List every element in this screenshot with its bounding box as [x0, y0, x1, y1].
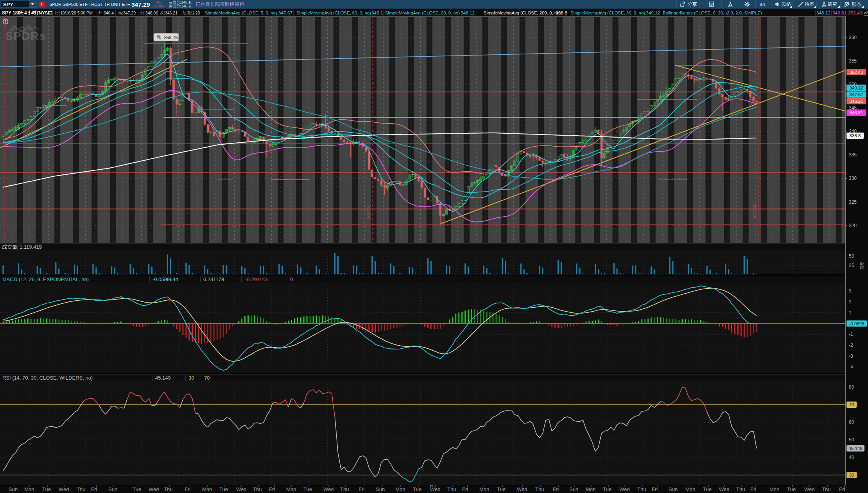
svg-text:Wed: Wed — [517, 486, 527, 492]
svg-text:SimpleMovingAvg (CLOSE, 60, 0,: SimpleMovingAvg (CLOSE, 60, 0, no) — [296, 11, 371, 15]
svg-text:Thu: Thu — [340, 486, 349, 492]
svg-text:Mon: Mon — [202, 486, 212, 492]
svg-text::346.21: :346.21 — [164, 11, 178, 15]
svg-text:Tue: Tue — [413, 486, 421, 492]
svg-text:Wed: Wed — [236, 486, 247, 492]
svg-text:Fri: Fri — [553, 486, 559, 492]
svg-text:30: 30 — [849, 473, 854, 477]
svg-text:348.12: 348.12 — [816, 10, 830, 16]
svg-text:Thu: Thu — [736, 486, 745, 492]
svg-text:60: 60 — [849, 419, 854, 425]
svg-text:Mon: Mon — [685, 486, 695, 492]
svg-text:SimpleMovingAvg (CLOSE, 30, 0,: SimpleMovingAvg (CLOSE, 30, 0, no) — [570, 11, 645, 15]
svg-text:347.67: 347.67 — [849, 92, 863, 97]
svg-text:4h: 4h — [760, 2, 765, 7]
svg-text:Wed: Wed — [719, 486, 730, 492]
svg-text:-0.0599: -0.0599 — [849, 321, 864, 326]
svg-text:!: ! — [41, 2, 43, 7]
svg-text:!: ! — [5, 19, 6, 25]
svg-text:SimpleMovingAvg (CLOSE, 20, 0,: SimpleMovingAvg (CLOSE, 20, 0, no) — [385, 11, 460, 15]
svg-text:Thu: Thu — [822, 486, 830, 492]
svg-text:Thu: Thu — [535, 486, 544, 492]
svg-text::10/16/20 5:00 PM: :10/16/20 5:00 PM — [59, 11, 93, 15]
svg-text:2: 2 — [849, 299, 852, 305]
svg-text:345.1: 345.1 — [371, 10, 383, 16]
svg-text:Mon: Mon — [479, 486, 489, 492]
svg-text:Fri: Fri — [269, 486, 275, 492]
svg-text:Wed: Wed — [149, 486, 159, 492]
svg-text:MACD (12, 26, 9, EXPONENTIAL,: MACD (12, 26, 9, EXPONENTIAL, no) — [2, 276, 89, 282]
svg-text:355: 355 — [849, 58, 857, 64]
svg-text:BollingerBands (CLOSE, 0, 20,: BollingerBands (CLOSE, 0, 20, -2.0, 2.0,… — [663, 11, 762, 15]
svg-text:320: 320 — [849, 223, 857, 228]
svg-text:9/18/20: 9/18/20 — [366, 206, 371, 219]
svg-text:Thu: Thu — [447, 486, 456, 492]
svg-text::346.06: :346.06 — [144, 11, 158, 15]
svg-text:Fri: Fri — [359, 486, 364, 492]
svg-text:Tue: Tue — [219, 486, 228, 492]
svg-text:Wed: Wed — [804, 486, 815, 492]
svg-text:Wed: Wed — [323, 486, 334, 492]
svg-text:80: 80 — [849, 384, 854, 390]
svg-text:Tue: Tue — [603, 486, 612, 492]
svg-text:Mon: Mon — [586, 486, 595, 492]
svg-text:Tue: Tue — [133, 486, 141, 492]
svg-text:1,119,419: 1,119,419 — [20, 244, 42, 250]
svg-text:330: 330 — [849, 176, 857, 181]
svg-text:Thu: Thu — [77, 486, 85, 492]
svg-text:: 358.75: : 358.75 — [161, 35, 178, 40]
svg-text:-0.0599644: -0.0599644 — [152, 276, 178, 282]
svg-text:338.8: 338.8 — [556, 10, 567, 16]
svg-text:45.149: 45.149 — [848, 446, 862, 451]
svg-text:Fri: Fri — [91, 486, 97, 492]
svg-text:-4: -4 — [849, 364, 853, 369]
svg-text:50: 50 — [849, 253, 854, 259]
svg-text:SimpleMovingAvg (CLOSE, 5, 0,: SimpleMovingAvg (CLOSE, 5, 0, no) — [205, 11, 277, 15]
svg-text:Wed: Wed — [430, 486, 441, 492]
svg-text:Mon: Mon — [395, 486, 405, 492]
svg-text::347.29: :347.29 — [122, 11, 136, 15]
svg-text:Fri: Fri — [462, 486, 468, 492]
svg-text:-1: -1 — [849, 332, 853, 337]
svg-text:Mon: Mon — [769, 486, 779, 492]
svg-text:343.81: 343.81 — [832, 10, 846, 16]
svg-text:325: 325 — [849, 199, 857, 205]
svg-text:-0.291143: -0.291143 — [245, 276, 268, 282]
svg-text:1: 1 — [849, 310, 852, 316]
svg-text:45.149: 45.149 — [155, 375, 171, 381]
svg-text:Fri: Fri — [652, 486, 658, 492]
svg-text:Tue: Tue — [497, 486, 506, 492]
svg-text:-3: -3 — [849, 353, 853, 359]
svg-text:Sun: Sun — [669, 486, 678, 492]
svg-text:-2: -2 — [849, 342, 853, 348]
svg-text:360: 360 — [849, 35, 857, 40]
svg-text:Tue: Tue — [703, 486, 712, 492]
svg-text:70: 70 — [849, 402, 854, 407]
svg-text:Sun: Sun — [569, 486, 578, 492]
svg-text:Tue: Tue — [42, 486, 51, 492]
svg-text:50: 50 — [849, 437, 854, 443]
svg-text:SPDRs: SPDRs — [5, 29, 46, 42]
svg-text:Sun: Sun — [9, 486, 18, 492]
svg-text:Tue: Tue — [303, 486, 312, 492]
svg-text:-0.06%: -0.06% — [153, 4, 165, 8]
svg-text:Fri: Fri — [750, 486, 756, 492]
svg-text:349.12: 349.12 — [849, 86, 863, 90]
svg-text:SPY 180: SPY 180 — [2, 10, 20, 16]
svg-text:70: 70 — [204, 375, 210, 381]
svg-text:338.8: 338.8 — [850, 133, 861, 138]
svg-text:0.231178: 0.231178 — [203, 276, 224, 282]
svg-text:Wed: Wed — [619, 486, 630, 492]
svg-text:343.81: 343.81 — [849, 110, 863, 115]
svg-text:3: 3 — [849, 288, 852, 294]
svg-text:25: 25 — [849, 263, 854, 268]
svg-text:Thu: Thu — [164, 486, 172, 492]
svg-text:347.67: 347.67 — [278, 10, 292, 16]
svg-text:SPY: SPY — [3, 2, 13, 7]
svg-text:SPDR S&P500 ETF TRUST TR UNIT: SPDR S&P500 ETF TRUST TR UNIT ETF — [49, 2, 130, 7]
svg-text:Fri: Fri — [185, 486, 190, 492]
svg-text:Mon: Mon — [286, 486, 296, 492]
svg-text:Mon: Mon — [24, 486, 34, 492]
svg-text:Fri: Fri — [839, 486, 845, 492]
svg-text:352.43: 352.43 — [848, 10, 863, 16]
